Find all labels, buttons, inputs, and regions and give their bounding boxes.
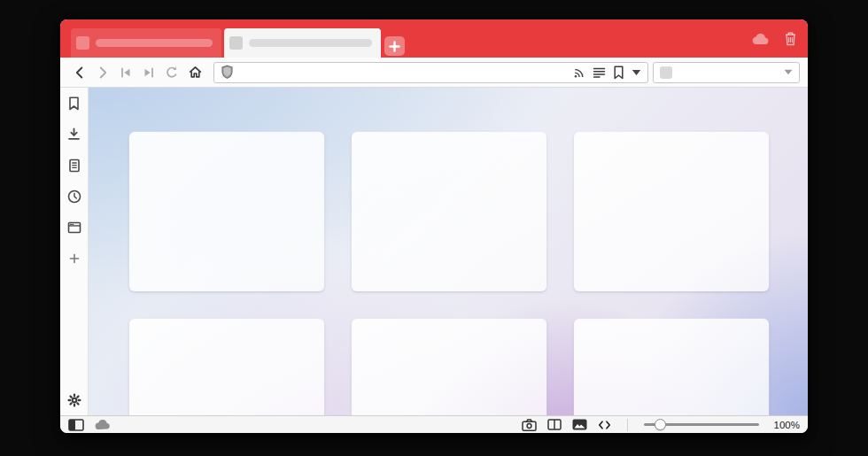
window-body: [60, 88, 808, 415]
desktop-background: { "colors": { "accent_red": "#e83b3e", "…: [0, 0, 868, 456]
notes-icon: [68, 158, 81, 173]
rewind-button[interactable]: [114, 61, 137, 84]
new-tab-button[interactable]: [384, 36, 405, 56]
search-field[interactable]: [653, 62, 800, 83]
page-actions-icon[interactable]: [598, 420, 611, 430]
forward-button[interactable]: [91, 61, 114, 84]
sidebar-item-windows[interactable]: [66, 220, 83, 235]
plus-icon: [69, 253, 80, 264]
navigation-toolbar: [60, 58, 808, 88]
capture-icon[interactable]: [522, 419, 537, 431]
rss-icon[interactable]: [573, 66, 585, 79]
tab-inactive[interactable]: [71, 28, 221, 58]
skip-end-icon: [143, 66, 155, 79]
zoom-slider[interactable]: [644, 419, 759, 431]
status-divider: [627, 419, 628, 431]
cloud-sync-status-icon[interactable]: [95, 419, 112, 430]
download-icon: [67, 128, 81, 141]
sidebar-item-notes[interactable]: [66, 158, 83, 173]
window-icon: [67, 221, 81, 234]
tab-bar: [60, 19, 808, 58]
tab-bar-right-controls: [752, 19, 797, 58]
sidebar-item-history[interactable]: [66, 189, 83, 204]
speed-dial-page: [89, 88, 808, 415]
speed-dial-tile[interactable]: [129, 319, 324, 415]
chevron-right-icon: [96, 66, 110, 80]
bookmark-icon[interactable]: [613, 66, 624, 80]
panel-sidebar: [60, 88, 89, 415]
tab-favicon-placeholder: [229, 36, 243, 50]
home-button[interactable]: [183, 61, 206, 84]
speed-dial-tile[interactable]: [352, 319, 546, 415]
zoom-slider-knob[interactable]: [655, 419, 666, 430]
search-engine-icon-placeholder[interactable]: [660, 66, 672, 79]
settings-button[interactable]: [66, 392, 83, 407]
tab-title-placeholder: [96, 39, 213, 47]
speed-dial-tile[interactable]: [352, 132, 546, 291]
tab-active[interactable]: [224, 28, 381, 58]
panel-toggle-icon[interactable]: [68, 419, 84, 431]
speed-dial-tile[interactable]: [574, 319, 769, 415]
speed-dial-tile[interactable]: [129, 132, 324, 291]
back-button[interactable]: [68, 61, 91, 84]
skip-start-icon: [120, 66, 132, 79]
clock-icon: [67, 189, 81, 204]
speed-dial-tile[interactable]: [574, 132, 769, 291]
sidebar-item-add-panel[interactable]: [66, 251, 83, 266]
reload-button[interactable]: [160, 61, 183, 84]
tab-favicon-placeholder: [76, 36, 89, 50]
dropdown-arrow-icon[interactable]: [784, 69, 793, 75]
plus-icon: [389, 41, 400, 52]
sidebar-item-downloads[interactable]: [66, 127, 83, 142]
fast-forward-button[interactable]: [137, 61, 160, 84]
dropdown-arrow-icon[interactable]: [632, 69, 641, 76]
home-icon: [188, 65, 203, 80]
images-toggle-icon[interactable]: [572, 419, 587, 430]
reload-icon: [165, 66, 179, 80]
sidebar-item-bookmarks[interactable]: [66, 96, 83, 111]
shield-icon[interactable]: [221, 65, 234, 80]
cloud-sync-icon[interactable]: [752, 33, 771, 45]
status-left-group: [68, 419, 112, 431]
tiling-icon[interactable]: [547, 419, 562, 430]
tab-title-placeholder: [249, 39, 372, 47]
address-bar[interactable]: [213, 62, 648, 83]
reader-view-icon[interactable]: [593, 67, 606, 78]
status-bar: 100%: [60, 415, 808, 433]
zoom-level-label[interactable]: 100%: [770, 420, 800, 430]
trash-icon[interactable]: [784, 31, 797, 46]
status-right-group: 100%: [522, 419, 800, 431]
browser-window: 100%: [60, 19, 808, 433]
gear-icon: [67, 393, 81, 407]
bookmark-icon: [68, 97, 80, 111]
chevron-left-icon: [73, 66, 87, 80]
